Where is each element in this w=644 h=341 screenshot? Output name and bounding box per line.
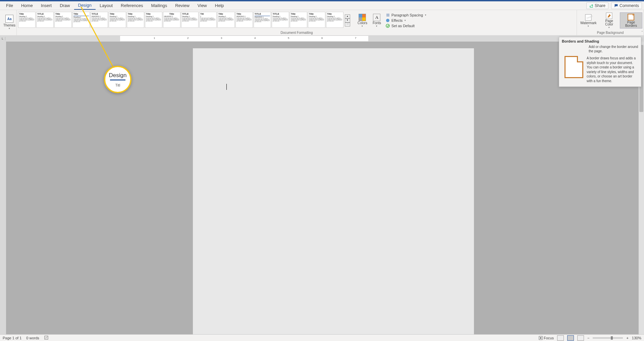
style-thumb[interactable]: TITLEHEADING 1On the Insert tab, the gal… (91, 12, 108, 28)
ribbon-design: Themes ▾ TitleHeading 1On the Insert tab… (0, 10, 644, 36)
colors-button[interactable]: Colors ▾ (356, 13, 369, 28)
tooltip-title: Borders and Shading (562, 39, 638, 43)
fonts-button[interactable]: A Fonts ▾ (371, 13, 383, 28)
paragraph-spacing-icon (386, 13, 390, 17)
style-thumb[interactable]: TitleHeading 1On the Insert tab, the gal… (145, 12, 162, 28)
collapse-ribbon-button[interactable]: ˆ (642, 31, 643, 35)
page-borders-icon (627, 13, 635, 21)
menu-file[interactable]: File (2, 2, 17, 9)
menu-mailings[interactable]: Mailings (147, 2, 171, 9)
share-button[interactable]: Share (586, 2, 608, 9)
comments-button[interactable]: Comments (611, 2, 642, 9)
vertical-ruler[interactable] (0, 42, 6, 334)
view-web-button[interactable] (577, 335, 584, 341)
watermark-icon: DRAFT (584, 14, 593, 21)
style-thumb[interactable]: TITLEHeading 1On the Insert tab, the gal… (272, 12, 289, 28)
tooltip-body-text: A border draws focus and adds a stylish … (587, 56, 638, 83)
menu-insert[interactable]: Insert (37, 2, 56, 9)
page-border-preview-icon (565, 56, 583, 78)
colors-icon (359, 14, 366, 21)
style-thumb[interactable]: TITLEHEADING 1On the Insert tab, the gal… (254, 12, 271, 28)
view-read-button[interactable] (557, 335, 564, 341)
document-page[interactable] (193, 48, 474, 334)
annotation-callout: Design Titl (104, 66, 131, 93)
menu-view[interactable]: View (194, 2, 211, 9)
zoom-in-button[interactable]: + (626, 336, 628, 340)
style-thumb[interactable]: TitleHeading 1On the Insert tab, the gal… (308, 12, 325, 28)
document-scroll[interactable] (6, 42, 644, 334)
document-area (0, 42, 644, 334)
page-borders-button[interactable]: Page Borders (620, 12, 642, 29)
style-thumb[interactable]: TITLEHeading 1On the Insert tab, the gal… (181, 12, 199, 28)
ruler-corner: L (0, 37, 5, 40)
style-thumb[interactable]: Titl1On the Insert tab, the galleries in… (199, 12, 217, 28)
focus-icon[interactable]: Focus (539, 336, 554, 340)
style-thumb[interactable]: TitleHeading 1On the Insert tab, the gal… (54, 12, 72, 28)
menu-references[interactable]: References (117, 2, 147, 9)
page-background-label: Page Background (578, 30, 642, 35)
view-print-button[interactable] (567, 335, 574, 341)
style-thumb[interactable]: TitleHeading 1On the Insert tab, the gal… (326, 12, 343, 28)
status-bar: Page 1 of 1 0 words Focus − + 130% (0, 334, 644, 341)
status-page[interactable]: Page 1 of 1 (3, 336, 21, 340)
share-icon (589, 4, 593, 8)
themes-button[interactable]: Themes ▾ (1, 14, 17, 31)
page-borders-tooltip: Borders and Shading Add or change the bo… (559, 37, 641, 87)
menu-review[interactable]: Review (171, 2, 194, 9)
doc-formatting-label: Document Formatting (18, 30, 575, 35)
style-thumb[interactable]: TitleHeading 1On the Insert tab, the gal… (290, 12, 307, 28)
zoom-slider-thumb[interactable] (611, 336, 613, 340)
menu-layout[interactable]: Layout (96, 2, 117, 9)
paragraph-spacing-button[interactable]: Paragraph Spacing ▾ (384, 13, 428, 18)
style-thumb[interactable]: TitleHEADING 1On the Insert tab, the gal… (235, 12, 253, 28)
svg-rect-8 (540, 337, 541, 339)
fonts-icon: A (373, 14, 380, 21)
tooltip-subtitle: Add or change the border around the page… (589, 45, 638, 53)
svg-point-0 (386, 19, 389, 22)
menu-help[interactable]: Help (211, 2, 228, 9)
style-thumb[interactable]: TitleHeading 1On the Insert tab, the gal… (127, 12, 144, 28)
svg-point-1 (386, 24, 389, 27)
style-thumb[interactable]: TITLEHeading 1On the Insert tab, the gal… (36, 12, 54, 28)
zoom-slider[interactable] (593, 337, 623, 339)
page-color-button[interactable]: Page Color ▾ (600, 11, 619, 30)
set-as-default-button[interactable]: Set as Default (384, 23, 428, 29)
page-color-icon (605, 12, 613, 19)
style-thumb[interactable]: TitleHeading 1On the Insert tab, the gal… (18, 12, 36, 28)
style-thumb[interactable]: TitleHeading 1On the Insert tab, the gal… (217, 12, 235, 28)
watermark-button[interactable]: DRAFT Watermark ▾ (578, 13, 599, 28)
spellcheck-icon[interactable] (44, 335, 49, 341)
zoom-level[interactable]: 130% (632, 336, 641, 340)
comment-icon (614, 4, 618, 8)
style-thumb[interactable]: TitleHeading 1On the Insert tab, the gal… (109, 12, 126, 28)
text-cursor (226, 84, 227, 90)
themes-icon (5, 15, 13, 23)
effects-button[interactable]: Effects ▾ (384, 18, 428, 23)
status-words[interactable]: 0 words (26, 336, 39, 340)
check-icon (386, 24, 390, 28)
menu-bar: File Home Insert Draw Design Layout Refe… (0, 1, 644, 10)
zoom-out-button[interactable]: − (587, 336, 589, 340)
menu-design[interactable]: Design (74, 1, 96, 10)
menu-home[interactable]: Home (17, 2, 37, 9)
effects-icon (386, 18, 390, 23)
style-thumb[interactable]: TitleHEADING 1On the Insert tab, the gal… (163, 12, 180, 28)
menu-draw[interactable]: Draw (56, 2, 74, 9)
style-gallery[interactable]: TitleHeading 1On the Insert tab, the gal… (18, 12, 343, 29)
gallery-scroll[interactable]: ▴▾⋯ (345, 14, 350, 27)
